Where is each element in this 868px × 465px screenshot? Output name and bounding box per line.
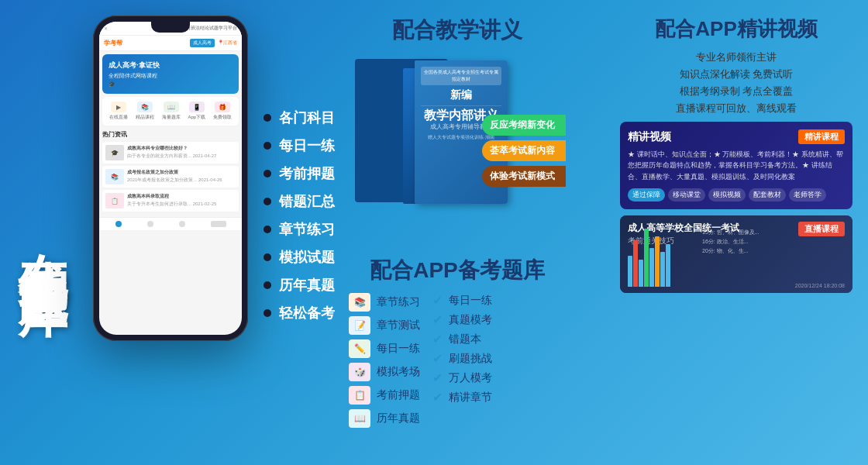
feature-item-5: 模拟试题 xyxy=(264,248,335,267)
app-bank-section: 配合APP备考题库 📚 章节练习 📝 章节测试 ✏️ 每日一练 🎲 模拟考场 📋 xyxy=(349,256,566,428)
news-item-2: 📚 成考报名政策之加分政策 2021年成考报名政策之加分政策... 2021-0… xyxy=(102,166,239,188)
app-icon-0: 📚 xyxy=(349,293,370,312)
live-text-0: 15分: 哲、材、图像及... xyxy=(702,229,845,236)
badge-1: 荟萃考试新内容 xyxy=(482,140,566,161)
phone-mockup: ✕ 首页-学习班法结论试题学习平台 学考帮 成人高考 📍江西省 成人高考·拿证快… xyxy=(93,16,248,341)
bar-4 xyxy=(649,248,654,287)
live-text-content: 15分: 哲、材、图像及... 16分: 政治、生活... 20分: 物、化、生… xyxy=(702,229,845,287)
live-chart xyxy=(628,229,699,287)
live-time: 2020/12/24 18:20:08 xyxy=(795,283,845,288)
phone-icon-course: 📚 精品课程 xyxy=(136,102,154,121)
phone-icons-row: ▶ 在线直播 📚 精品课程 📖 海量题库 📱 App下载 🎁 免费领 xyxy=(102,97,239,126)
feature-list: 各门科目 每日一练 考前押题 错题汇总 章节练习 模拟试题 历年真题 轻松备考 xyxy=(264,108,335,322)
bar-7 xyxy=(666,244,670,287)
feature-item-6: 历年真题 xyxy=(264,276,335,294)
center-textbook-section: 配合教学讲义 全国各类成人高考专业招生考试专属指定教材 新编 教学内部讲义 成人… xyxy=(349,16,566,215)
check-items-list: ✔ 每日一练 ✔ 真题模考 ✔ 错题本 ✔ 刷题挑战 ✔ 万人模考 ✔ 精讲章节 xyxy=(432,293,492,428)
live-text-1: 16分: 政治、生活... xyxy=(702,238,845,246)
phone-news-title: 热门资讯 xyxy=(102,130,239,139)
check-item-0: ✔ 每日一练 xyxy=(432,293,492,308)
video-card-badge: 精讲课程 xyxy=(798,129,845,144)
news-item-3: 📋 成教高本科录取流程 关于专升本考生如何进行录取... 2021-02-25 xyxy=(102,190,239,212)
phone-icon-bank: 📖 海量题库 xyxy=(162,102,181,121)
video-card-content: ★ 课时话中、知识点全面；★ 万能模板、考前利器！★ 系统精讲、帮您把握历年命题… xyxy=(628,149,845,182)
app-item-0: 📚 章节练习 xyxy=(349,293,420,312)
phone-nav-province: 📍江西省 xyxy=(218,40,237,46)
video-tag-2: 模拟视频 xyxy=(708,188,746,202)
app-icon-5: 📖 xyxy=(349,409,370,428)
feature-item-2: 考前押题 xyxy=(264,164,335,183)
app-item-2: ✏️ 每日一练 xyxy=(349,339,420,358)
book-cover-header: 全国各类成人高考专业招生考试专属指定教材 xyxy=(421,67,501,85)
bar-0 xyxy=(628,256,632,287)
book-container: 全国各类成人高考专业招生考试专属指定教材 新编 教学内部讲义 成人高考专用辅导教… xyxy=(349,53,566,208)
feature-item-3: 错题汇总 xyxy=(264,192,335,211)
video-tag-1: 移动课堂 xyxy=(668,188,705,202)
app-bank-content: 📚 章节练习 📝 章节测试 ✏️ 每日一练 🎲 模拟考场 📋 考前押题 📖 xyxy=(349,293,566,428)
feature-item-1: 每日一练 xyxy=(264,136,335,155)
phone-banner: 成人高考·拿证快 全程陪伴式网络课程 🎓 xyxy=(102,54,239,94)
right-feature-0: 专业名师领衔主讲 xyxy=(620,50,852,64)
check-icon-0: ✔ xyxy=(432,293,443,308)
phone-news: 热门资讯 🎓 成教高本科专业哪些比较好？ 由于各专业的就业方向和薪资... 20… xyxy=(99,127,242,217)
phone-nav: 学考帮 成人高考 📍江西省 xyxy=(99,36,242,51)
feature-dot xyxy=(264,226,271,233)
textbook-section-title: 配合教学讲义 xyxy=(349,16,566,45)
app-items-list: 📚 章节练习 📝 章节测试 ✏️ 每日一练 🎲 模拟考场 📋 考前押题 📖 xyxy=(349,293,420,428)
feature-dot xyxy=(264,142,271,150)
app-icon-4: 📋 xyxy=(349,386,370,405)
app-icon-3: 🎲 xyxy=(349,363,370,381)
book-cover-series: 新编 xyxy=(421,88,501,102)
app-bank-title: 配合APP备考题库 xyxy=(349,256,566,285)
video-card-tags: 通过保障 移动课堂 模拟视频 配套教材 老师答学 xyxy=(628,188,845,202)
feature-dot xyxy=(264,114,271,122)
feature-dot xyxy=(264,170,271,177)
app-item-5: 📖 历年真题 xyxy=(349,409,420,428)
phone-icon-app: 📱 App下载 xyxy=(188,102,206,121)
bar-2 xyxy=(639,260,643,287)
feature-dot xyxy=(264,198,271,205)
video-card: 精讲视频 精讲课程 ★ 课时话中、知识点全面；★ 万能模板、考前利器！★ 系统精… xyxy=(620,122,852,209)
video-card-title: 精讲视频 xyxy=(628,130,671,144)
bar-6 xyxy=(660,252,665,287)
right-section: 配合APP精讲视频 专业名师领衔主讲 知识点深化解读 免费试听 根据考纲录制 考… xyxy=(620,16,852,293)
feature-dot xyxy=(264,253,271,261)
live-content: 15分: 哲、材、图像及... 16分: 政治、生活... 20分: 物、化、生… xyxy=(628,229,845,287)
badge-0: 反应考纲新变化 xyxy=(482,115,566,136)
phone-icon-live: ▶ 在线直播 xyxy=(109,102,128,121)
video-card-header: 精讲视频 精讲课程 xyxy=(628,129,845,144)
check-icon-2: ✔ xyxy=(432,332,443,346)
bar-1 xyxy=(633,240,638,287)
app-item-4: 📋 考前押题 xyxy=(349,386,420,405)
phone-bottom-bar xyxy=(99,217,242,230)
app-icon-2: ✏️ xyxy=(349,339,370,358)
check-icon-3: ✔ xyxy=(432,351,443,366)
phone-nav-chengren: 成人高考 xyxy=(190,39,215,47)
feature-item-7: 轻松备考 xyxy=(264,304,335,322)
check-icon-1: ✔ xyxy=(432,312,443,327)
phone-logo: 学考帮 xyxy=(104,39,122,47)
video-tag-3: 配套教材 xyxy=(749,188,786,202)
video-tag-4: 老师答学 xyxy=(789,188,826,202)
right-feature-3: 直播课程可回放、离线观看 xyxy=(620,102,852,115)
badge-2: 体验考试新模式 xyxy=(482,166,566,187)
news-item-1: 🎓 成教高本科专业哪些比较好？ 由于各专业的就业方向和薪资... 2021-04… xyxy=(102,142,239,164)
video-tag-0: 通过保障 xyxy=(628,188,665,202)
right-features: 专业名师领衔主讲 知识点深化解读 免费试听 根据考纲录制 考点全覆盖 直播课程可… xyxy=(620,50,852,115)
check-icon-4: ✔ xyxy=(432,370,443,385)
phone-icon-free: 🎁 免费领取 xyxy=(213,102,232,121)
check-item-2: ✔ 错题本 xyxy=(432,332,492,346)
right-feature-1: 知识点深化解读 免费试听 xyxy=(620,67,852,81)
check-item-3: ✔ 刷题挑战 xyxy=(432,351,492,366)
phone-banner-title: 成人高考·拿证快 xyxy=(108,60,232,71)
check-icon-5: ✔ xyxy=(432,390,443,405)
app-item-3: 🎲 模拟考场 xyxy=(349,363,420,381)
right-feature-2: 根据考纲录制 考点全覆盖 xyxy=(620,84,852,98)
feature-dot xyxy=(264,309,271,317)
book-badges: 反应考纲新变化 荟萃考试新内容 体验考试新模式 xyxy=(482,115,566,187)
check-item-5: ✔ 精讲章节 xyxy=(432,390,492,405)
main-title: 在线智能题库 xyxy=(16,214,70,251)
feature-dot xyxy=(264,281,271,289)
live-card: 成人高等学校全国统一考试 直播课程 考前通关技巧 15分: 哲、材、图像及...… xyxy=(620,215,852,293)
feature-item-0: 各门科目 xyxy=(264,108,335,127)
